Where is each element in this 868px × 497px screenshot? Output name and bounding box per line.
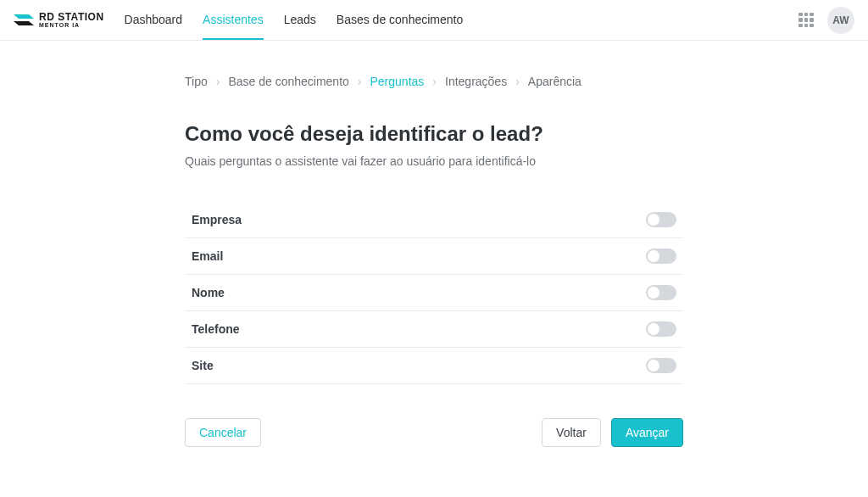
brand-logo-icon bbox=[14, 12, 34, 29]
main-content: Tipo › Base de conhecimento › Perguntas … bbox=[185, 41, 683, 467]
main-nav: Dashboard Assistentes Leads Bases de con… bbox=[125, 1, 464, 40]
toggle-list: Empresa Email Nome Telefone Site bbox=[185, 202, 683, 384]
toggle-row-email: Email bbox=[185, 237, 683, 274]
breadcrumb-aparencia[interactable]: Aparência bbox=[528, 75, 581, 88]
chevron-right-icon: › bbox=[432, 75, 437, 88]
nav-bases[interactable]: Bases de conhecimento bbox=[337, 1, 463, 40]
brand-logo-text: RD STATION MENTOR IA bbox=[39, 12, 104, 28]
page-subtitle: Quais perguntas o assistente vai fazer a… bbox=[185, 154, 683, 168]
cancel-button[interactable]: Cancelar bbox=[185, 418, 261, 447]
apps-icon[interactable] bbox=[798, 13, 814, 28]
avatar[interactable]: AW bbox=[827, 7, 854, 34]
toggle-email[interactable] bbox=[646, 248, 676, 264]
toggle-row-nome: Nome bbox=[185, 274, 683, 310]
back-button[interactable]: Voltar bbox=[542, 418, 601, 447]
next-button[interactable]: Avançar bbox=[611, 418, 683, 447]
toggle-row-site: Site bbox=[185, 347, 683, 383]
nav-assistentes[interactable]: Assistentes bbox=[203, 1, 264, 40]
nav-dashboard[interactable]: Dashboard bbox=[125, 1, 183, 40]
footer-actions: Cancelar Voltar Avançar bbox=[185, 418, 683, 447]
toggle-row-telefone: Telefone bbox=[185, 310, 683, 347]
toggle-empresa[interactable] bbox=[646, 212, 676, 227]
toggle-row-empresa: Empresa bbox=[185, 202, 683, 237]
chevron-right-icon: › bbox=[358, 75, 362, 88]
breadcrumb: Tipo › Base de conhecimento › Perguntas … bbox=[185, 75, 683, 88]
header-right: AW bbox=[798, 7, 854, 34]
chevron-right-icon: › bbox=[515, 75, 520, 88]
brand-name: RD STATION bbox=[39, 12, 104, 22]
header: RD STATION MENTOR IA Dashboard Assistent… bbox=[0, 0, 868, 41]
brand-subtitle: MENTOR IA bbox=[39, 22, 104, 28]
breadcrumb-tipo[interactable]: Tipo bbox=[185, 75, 208, 88]
toggle-label: Empresa bbox=[192, 213, 242, 226]
toggle-telefone[interactable] bbox=[646, 321, 676, 337]
toggle-label: Email bbox=[192, 249, 223, 263]
breadcrumb-integracoes[interactable]: Integrações bbox=[445, 75, 507, 88]
toggle-label: Nome bbox=[192, 286, 225, 299]
nav-leads[interactable]: Leads bbox=[284, 1, 316, 40]
toggle-nome[interactable] bbox=[646, 285, 676, 300]
footer-right: Voltar Avançar bbox=[542, 418, 683, 447]
toggle-site[interactable] bbox=[646, 358, 676, 373]
toggle-label: Site bbox=[192, 359, 214, 372]
header-left: RD STATION MENTOR IA Dashboard Assistent… bbox=[14, 1, 463, 40]
breadcrumb-perguntas[interactable]: Perguntas bbox=[370, 75, 425, 88]
toggle-label: Telefone bbox=[192, 322, 240, 336]
brand-logo[interactable]: RD STATION MENTOR IA bbox=[14, 12, 104, 29]
chevron-right-icon: › bbox=[216, 75, 220, 88]
page-title: Como você deseja identificar o lead? bbox=[185, 122, 683, 146]
breadcrumb-base[interactable]: Base de conhecimento bbox=[228, 75, 348, 88]
